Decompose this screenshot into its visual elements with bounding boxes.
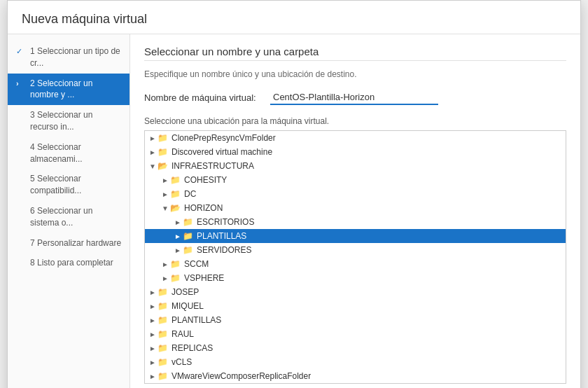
chevron-icon-n4: ► xyxy=(160,176,170,184)
section-subtitle: Especifique un nombre único y una ubicac… xyxy=(144,69,566,79)
tree-node-n1[interactable]: ►📁ClonePrepResyncVmFolder xyxy=(145,131,566,145)
folder-icon-n10: 📁 xyxy=(170,259,181,269)
tree-node-n9[interactable]: ►📁SERVIDORES xyxy=(145,243,566,257)
folder-icon-n7: 📁 xyxy=(183,217,194,227)
folder-icon-n14: 📁 xyxy=(158,315,169,325)
tree-node-n12[interactable]: ►📁JOSEP xyxy=(145,285,566,299)
chevron-icon-n14: ► xyxy=(148,317,158,324)
folder-icon-n16: 📁 xyxy=(158,343,169,353)
tree-node-n7[interactable]: ►📁ESCRITORIOS xyxy=(145,215,566,229)
node-label-n2: Discovered virtual machine xyxy=(172,147,272,157)
node-label-n13: MIQUEL xyxy=(172,301,204,311)
node-label-n11: VSPHERE xyxy=(184,273,224,283)
chevron-icon-n11: ► xyxy=(160,275,170,282)
folder-icon-n1: 📁 xyxy=(158,133,169,143)
chevron-icon-n12: ► xyxy=(148,289,158,296)
node-label-n1: ClonePrepResyncVmFolder xyxy=(172,133,276,143)
step-icon-step1: ✓ xyxy=(16,46,26,57)
step-label-step2: 2 Seleccionar un nombre y ... xyxy=(30,78,122,102)
tree-node-n13[interactable]: ►📁MIQUEL xyxy=(145,299,566,313)
step-label-step6: 6 Seleccionar un sistema o... xyxy=(30,205,122,229)
section-title: Seleccionar un nombre y una carpeta xyxy=(144,46,566,57)
node-label-n6: HORIZON xyxy=(184,203,223,213)
node-label-n9: SERVIDORES xyxy=(197,245,251,255)
tree-node-n2[interactable]: ►📁Discovered virtual machine xyxy=(145,145,566,159)
tree-node-n15[interactable]: ►📁RAUL xyxy=(145,327,566,341)
chevron-icon-n9: ► xyxy=(173,247,183,254)
folder-icon-n5: 📁 xyxy=(170,189,181,199)
folder-icon-n11: 📁 xyxy=(170,273,181,283)
chevron-icon-n3: ▼ xyxy=(148,162,158,170)
step-item-step7: 7 Personalizar hardware xyxy=(8,233,130,254)
step-item-step1: ✓1 Seleccionar un tipo de cr... xyxy=(8,41,130,74)
step-label-step5: 5 Seleccionar compatibilid... xyxy=(30,173,122,197)
node-label-n7: ESCRITORIOS xyxy=(197,217,254,227)
folder-icon-n6: 📂 xyxy=(170,203,181,213)
chevron-icon-n6: ▼ xyxy=(160,205,170,212)
tree-container[interactable]: ►📁ClonePrepResyncVmFolder►📁Discovered vi… xyxy=(144,130,566,384)
folder-icon-n18: 📁 xyxy=(158,371,169,381)
node-label-n16: REPLICAS xyxy=(172,343,213,353)
node-label-n10: SCCM xyxy=(184,259,209,269)
tree-node-n11[interactable]: ►📁VSPHERE xyxy=(145,271,566,285)
chevron-icon-n2: ► xyxy=(148,148,158,156)
step-label-step3: 3 Seleccionar un recurso in... xyxy=(30,109,122,133)
folder-icon-n17: 📁 xyxy=(158,357,169,367)
tree-node-n8[interactable]: ►📁PLANTILLAS xyxy=(145,229,566,243)
step-item-step5: 5 Seleccionar compatibilid... xyxy=(8,169,130,201)
chevron-icon-n10: ► xyxy=(160,261,170,268)
step-item-step3: 3 Seleccionar un recurso in... xyxy=(8,105,130,137)
step-item-step6: 6 Seleccionar un sistema o... xyxy=(8,201,130,233)
vm-name-label: Nombre de máquina virtual: xyxy=(144,92,270,103)
node-label-n17: vCLS xyxy=(172,357,192,367)
folder-icon-n9: 📁 xyxy=(183,245,194,255)
tree-node-n5[interactable]: ►📁DC xyxy=(145,187,566,201)
folder-icon-n13: 📁 xyxy=(158,301,169,311)
new-vm-dialog: Nueva máquina virtual ✓1 Seleccionar un … xyxy=(7,0,581,388)
folder-icon-n3: 📂 xyxy=(158,161,169,171)
steps-panel: ✓1 Seleccionar un tipo de cr...›2 Selecc… xyxy=(8,34,130,388)
node-label-n3: INFRAESTRUCTURA xyxy=(172,161,254,171)
step-item-step8: 8 Listo para completar xyxy=(8,253,130,273)
node-label-n15: RAUL xyxy=(172,329,194,339)
chevron-icon-n17: ► xyxy=(148,359,158,366)
tree-node-n16[interactable]: ►📁REPLICAS xyxy=(145,341,566,355)
chevron-icon-n8: ► xyxy=(173,233,183,240)
folder-icon-n8: 📁 xyxy=(183,231,194,241)
tree-node-n10[interactable]: ►📁SCCM xyxy=(145,257,566,271)
vm-name-input[interactable] xyxy=(270,90,438,105)
node-label-n4: COHESITY xyxy=(184,175,227,185)
chevron-icon-n15: ► xyxy=(148,331,158,338)
chevron-icon-n13: ► xyxy=(148,303,158,310)
step-label-step4: 4 Seleccionar almacenami... xyxy=(30,141,122,165)
chevron-icon-n7: ► xyxy=(173,219,183,226)
folder-icon-n2: 📁 xyxy=(158,147,169,157)
node-label-n14: PLANTILLAS xyxy=(172,315,221,325)
step-label-step1: 1 Seleccionar un tipo de cr... xyxy=(30,46,122,69)
folder-icon-n4: 📁 xyxy=(170,175,181,185)
step-item-step4: 4 Seleccionar almacenami... xyxy=(8,137,130,169)
node-label-n18: VMwareViewComposerReplicaFolder xyxy=(172,371,311,381)
node-label-n5: DC xyxy=(184,189,196,199)
folder-icon-n15: 📁 xyxy=(158,329,169,339)
tree-node-n4[interactable]: ►📁COHESITY xyxy=(145,173,566,187)
main-content: Seleccionar un nombre y una carpeta Espe… xyxy=(130,34,580,388)
folder-icon-n12: 📁 xyxy=(158,287,169,297)
location-label: Seleccione una ubicación para la máquina… xyxy=(144,116,566,126)
step-icon-step2: › xyxy=(16,78,26,89)
tree-node-n18[interactable]: ►📁VMwareViewComposerReplicaFolder xyxy=(145,369,566,383)
step-item-step2: ›2 Seleccionar un nombre y ... xyxy=(8,74,130,106)
chevron-icon-n16: ► xyxy=(148,345,158,352)
dialog-title: Nueva máquina virtual xyxy=(8,1,580,34)
dialog-body: ✓1 Seleccionar un tipo de cr...›2 Selecc… xyxy=(8,34,580,388)
step-label-step8: 8 Listo para completar xyxy=(30,257,113,269)
divider xyxy=(144,60,566,61)
node-label-n8: PLANTILLAS xyxy=(197,231,246,241)
vm-name-row: Nombre de máquina virtual: xyxy=(144,90,566,105)
node-label-n12: JOSEP xyxy=(172,287,199,297)
tree-node-n17[interactable]: ►📁vCLS xyxy=(145,355,566,369)
tree-node-n6[interactable]: ▼📂HORIZON xyxy=(145,201,566,215)
tree-node-n14[interactable]: ►📁PLANTILLAS xyxy=(145,313,566,327)
chevron-icon-n1: ► xyxy=(148,134,158,142)
tree-node-n3[interactable]: ▼📂INFRAESTRUCTURA xyxy=(145,159,566,173)
